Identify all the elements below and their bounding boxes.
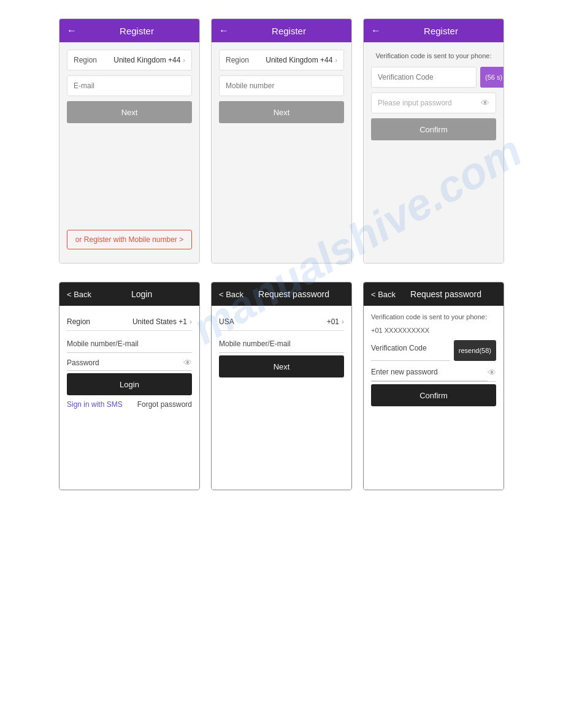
request-password-verify-body: Verification code is sent to your phone:…: [364, 306, 504, 490]
register-verify-header: ← Register: [364, 19, 504, 42]
back-button[interactable]: < Back: [371, 290, 396, 299]
next-button[interactable]: Next: [219, 355, 344, 377]
register-email-header: ← Register: [59, 19, 199, 42]
back-button[interactable]: < Back: [219, 290, 243, 299]
verification-code-row: (56 s): [371, 67, 496, 88]
confirm-button[interactable]: Confirm: [371, 118, 496, 140]
login-header: < Back Login: [59, 282, 199, 306]
register-email-title: Register: [82, 26, 192, 36]
request-password-body: USA +01 › Mobile number/E-mail Next: [212, 306, 351, 490]
bottom-screens-row: < Back Login Region United States +1 › M…: [0, 276, 563, 509]
verif-notice-line2: +01 XXXXXXXXXX: [371, 327, 496, 334]
next-button[interactable]: Next: [219, 101, 344, 123]
sign-in-sms-link[interactable]: Sign in with SMS: [67, 400, 123, 409]
country-value: USA: [219, 317, 327, 326]
eye-icon[interactable]: 👁: [183, 358, 192, 368]
login-screen: < Back Login Region United States +1 › M…: [59, 282, 200, 490]
new-password-field-row: Enter new password 👁: [371, 363, 496, 382]
register-verify-screen: ← Register Verification code is sent to …: [363, 18, 504, 264]
back-arrow-icon[interactable]: ←: [67, 25, 77, 36]
register-verify-title: Register: [386, 26, 496, 36]
back-button[interactable]: < Back: [67, 290, 91, 299]
chevron-right-icon: ›: [335, 56, 337, 64]
code-value: +01: [327, 317, 339, 326]
register-mobile-link[interactable]: or Register with Mobile number >: [67, 230, 192, 249]
request-password-verify-header: < Back Request password: [364, 282, 504, 306]
password-label: Password: [67, 355, 183, 370]
login-title: Login: [91, 289, 192, 299]
email-input[interactable]: [67, 75, 192, 96]
confirm-button[interactable]: Confirm: [371, 384, 496, 406]
resend-button[interactable]: resend(58): [454, 340, 496, 361]
region-label: Region: [74, 56, 110, 64]
region-value: United Kingdom +44: [113, 56, 180, 64]
chevron-right-icon: ›: [183, 56, 185, 64]
back-arrow-icon[interactable]: ←: [371, 25, 381, 36]
verification-code-input[interactable]: [371, 67, 477, 88]
chevron-right-icon: ›: [190, 317, 192, 326]
forgot-password-link[interactable]: Forgot password: [137, 400, 192, 409]
region-label: Region: [67, 317, 132, 326]
request-password-verify-screen: < Back Request password Verification cod…: [363, 282, 504, 490]
new-password-label: Enter new password: [371, 363, 488, 381]
region-value: United Kingdom +44: [266, 56, 332, 64]
eye-icon[interactable]: 👁: [488, 368, 496, 377]
region-field[interactable]: Region United Kingdom +44 ›: [219, 50, 344, 70]
timer-button: (56 s): [480, 67, 504, 88]
login-button[interactable]: Login: [67, 373, 192, 395]
mobile-email-label: Mobile number/E-mail: [219, 336, 344, 349]
country-code-field[interactable]: USA +01 ›: [219, 313, 344, 331]
password-placeholder: Please input password: [378, 99, 452, 107]
request-password-screen: < Back Request password USA +01 › Mobile…: [211, 282, 352, 490]
password-field-row: Password 👁: [67, 355, 192, 371]
region-value: United States +1: [132, 317, 187, 326]
register-mobile-body: Region United Kingdom +44 › Next: [212, 42, 351, 263]
request-password-verify-title: Request password: [396, 289, 496, 299]
request-password-header: < Back Request password: [212, 282, 351, 306]
mobile-input[interactable]: [219, 75, 344, 96]
region-label: Region: [226, 56, 262, 64]
verif-notice-line1: Verification code is sent to your phone:: [371, 313, 496, 320]
region-field[interactable]: Region United States +1 ›: [67, 313, 192, 331]
register-email-screen: ← Register Region United Kingdom +44 › N…: [59, 18, 200, 264]
mobile-email-field-row: Mobile number/E-mail: [67, 333, 192, 353]
login-body: Region United States +1 › Mobile number/…: [59, 306, 199, 490]
register-email-body: Region United Kingdom +44 › Next or Regi…: [59, 42, 199, 263]
region-field[interactable]: Region United Kingdom +44 ›: [67, 50, 192, 70]
request-password-title: Request password: [243, 289, 344, 299]
register-mobile-header: ← Register: [212, 19, 351, 42]
password-row[interactable]: Please input password 👁: [371, 93, 496, 113]
next-button[interactable]: Next: [67, 101, 192, 123]
verification-code-label: Verification Code: [371, 340, 450, 361]
mobile-email-label: Mobile number/E-mail: [67, 336, 192, 349]
footer-links: Sign in with SMS Forgot password: [67, 398, 192, 411]
mobile-email-field: Mobile number/E-mail: [219, 333, 344, 353]
back-arrow-icon[interactable]: ←: [219, 25, 229, 36]
register-verify-body: Verification code is sent to your phone:…: [364, 42, 504, 263]
register-mobile-screen: ← Register Region United Kingdom +44 › N…: [211, 18, 352, 264]
chevron-right-icon: ›: [342, 317, 344, 326]
eye-icon[interactable]: 👁: [481, 98, 489, 108]
verification-code-row: Verification Code resend(58): [371, 340, 496, 361]
register-mobile-title: Register: [234, 26, 344, 36]
verification-notice: Verification code is sent to your phone:: [371, 50, 496, 62]
top-screens-row: ← Register Region United Kingdom +44 › N…: [0, 0, 563, 276]
